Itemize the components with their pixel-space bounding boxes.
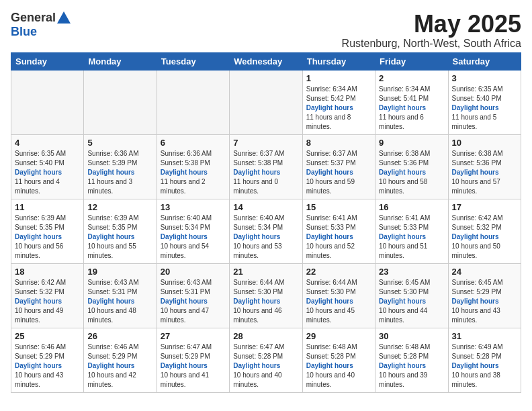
calendar-cell: 15Sunrise: 6:41 AMSunset: 5:33 PMDayligh… [302, 199, 375, 263]
day-info: Sunrise: 6:35 AMSunset: 5:40 PMDaylight … [15, 149, 80, 196]
calendar-week-row: 4Sunrise: 6:35 AMSunset: 5:40 PMDaylight… [11, 134, 521, 199]
day-info: Sunrise: 6:36 AMSunset: 5:39 PMDaylight … [87, 149, 152, 196]
day-info: Sunrise: 6:40 AMSunset: 5:34 PMDaylight … [161, 214, 226, 261]
calendar-cell [11, 70, 84, 134]
day-number: 4 [15, 138, 80, 148]
page-header: General Blue May 2025 Rustenburg, North-… [11, 11, 521, 50]
calendar-week-row: 25Sunrise: 6:46 AMSunset: 5:29 PMDayligh… [11, 328, 521, 392]
day-info: Sunrise: 6:43 AMSunset: 5:31 PMDaylight … [161, 278, 226, 325]
calendar-header-friday: Friday [375, 52, 448, 70]
calendar-cell: 3Sunrise: 6:35 AMSunset: 5:40 PMDaylight… [448, 70, 521, 134]
day-info: Sunrise: 6:38 AMSunset: 5:36 PMDaylight … [379, 149, 444, 196]
calendar-cell [230, 70, 302, 134]
day-info: Sunrise: 6:45 AMSunset: 5:29 PMDaylight … [452, 278, 517, 325]
calendar-table: SundayMondayTuesdayWednesdayThursdayFrid… [11, 52, 521, 393]
calendar-cell: 2Sunrise: 6:34 AMSunset: 5:41 PMDaylight… [375, 70, 448, 134]
day-info: Sunrise: 6:37 AMSunset: 5:37 PMDaylight … [306, 149, 371, 196]
calendar-cell: 9Sunrise: 6:38 AMSunset: 5:36 PMDaylight… [375, 134, 448, 199]
calendar-cell: 1Sunrise: 6:34 AMSunset: 5:42 PMDaylight… [302, 70, 375, 134]
calendar-cell: 21Sunrise: 6:44 AMSunset: 5:30 PMDayligh… [230, 263, 302, 328]
day-info: Sunrise: 6:43 AMSunset: 5:31 PMDaylight … [87, 278, 152, 325]
calendar-cell: 7Sunrise: 6:37 AMSunset: 5:38 PMDaylight… [230, 134, 302, 199]
day-number: 23 [379, 267, 444, 277]
day-info: Sunrise: 6:45 AMSunset: 5:30 PMDaylight … [379, 278, 444, 325]
calendar-header-row: SundayMondayTuesdayWednesdayThursdayFrid… [11, 52, 521, 70]
logo-blue-text: Blue [11, 25, 37, 39]
day-number: 24 [452, 267, 517, 277]
day-number: 26 [87, 331, 152, 341]
calendar-cell: 30Sunrise: 6:48 AMSunset: 5:28 PMDayligh… [375, 328, 448, 392]
day-number: 1 [306, 73, 371, 83]
month-title: May 2025 [342, 11, 521, 38]
day-number: 22 [306, 267, 371, 277]
calendar-cell: 14Sunrise: 6:40 AMSunset: 5:34 PMDayligh… [230, 199, 302, 263]
calendar-cell: 10Sunrise: 6:38 AMSunset: 5:36 PMDayligh… [448, 134, 521, 199]
logo-general-text: General [11, 11, 56, 25]
day-number: 19 [87, 267, 152, 277]
calendar-cell: 22Sunrise: 6:44 AMSunset: 5:30 PMDayligh… [302, 263, 375, 328]
day-number: 16 [379, 202, 444, 212]
day-info: Sunrise: 6:46 AMSunset: 5:29 PMDaylight … [15, 342, 80, 390]
day-number: 25 [15, 331, 80, 341]
day-number: 28 [233, 331, 298, 341]
day-info: Sunrise: 6:47 AMSunset: 5:29 PMDaylight … [161, 342, 226, 390]
calendar-cell: 29Sunrise: 6:48 AMSunset: 5:28 PMDayligh… [302, 328, 375, 392]
calendar-cell: 17Sunrise: 6:42 AMSunset: 5:32 PMDayligh… [448, 199, 521, 263]
calendar-cell: 4Sunrise: 6:35 AMSunset: 5:40 PMDaylight… [11, 134, 84, 199]
day-number: 11 [15, 202, 80, 212]
calendar-cell: 12Sunrise: 6:39 AMSunset: 5:35 PMDayligh… [84, 199, 157, 263]
day-info: Sunrise: 6:38 AMSunset: 5:36 PMDaylight … [452, 149, 517, 196]
calendar-cell [157, 70, 229, 134]
day-number: 17 [452, 202, 517, 212]
calendar-cell: 25Sunrise: 6:46 AMSunset: 5:29 PMDayligh… [11, 328, 84, 392]
day-info: Sunrise: 6:49 AMSunset: 5:28 PMDaylight … [452, 342, 517, 390]
day-info: Sunrise: 6:44 AMSunset: 5:30 PMDaylight … [233, 278, 298, 325]
day-number: 30 [379, 331, 444, 341]
calendar-header-thursday: Thursday [302, 52, 375, 70]
calendar-cell: 23Sunrise: 6:45 AMSunset: 5:30 PMDayligh… [375, 263, 448, 328]
page-container: General Blue May 2025 Rustenburg, North-… [0, 0, 532, 400]
day-info: Sunrise: 6:48 AMSunset: 5:28 PMDaylight … [379, 342, 444, 390]
calendar-week-row: 11Sunrise: 6:39 AMSunset: 5:35 PMDayligh… [11, 199, 521, 263]
day-info: Sunrise: 6:40 AMSunset: 5:34 PMDaylight … [233, 214, 298, 261]
calendar-week-row: 18Sunrise: 6:42 AMSunset: 5:32 PMDayligh… [11, 263, 521, 328]
day-info: Sunrise: 6:48 AMSunset: 5:28 PMDaylight … [306, 342, 371, 390]
day-number: 12 [87, 202, 152, 212]
day-number: 18 [15, 267, 80, 277]
day-info: Sunrise: 6:36 AMSunset: 5:38 PMDaylight … [161, 149, 226, 196]
day-info: Sunrise: 6:39 AMSunset: 5:35 PMDaylight … [87, 214, 152, 261]
day-number: 7 [233, 138, 298, 148]
calendar-cell: 28Sunrise: 6:47 AMSunset: 5:28 PMDayligh… [230, 328, 302, 392]
calendar-header-monday: Monday [84, 52, 157, 70]
calendar-cell: 6Sunrise: 6:36 AMSunset: 5:38 PMDaylight… [157, 134, 229, 199]
day-number: 3 [452, 73, 517, 83]
calendar-cell: 8Sunrise: 6:37 AMSunset: 5:37 PMDaylight… [302, 134, 375, 199]
logo-triangle-icon [57, 11, 71, 24]
day-number: 15 [306, 202, 371, 212]
day-info: Sunrise: 6:47 AMSunset: 5:28 PMDaylight … [233, 342, 298, 390]
location-title: Rustenburg, North-West, South Africa [342, 38, 521, 50]
calendar-cell: 5Sunrise: 6:36 AMSunset: 5:39 PMDaylight… [84, 134, 157, 199]
day-info: Sunrise: 6:46 AMSunset: 5:29 PMDaylight … [87, 342, 152, 390]
calendar-cell: 31Sunrise: 6:49 AMSunset: 5:28 PMDayligh… [448, 328, 521, 392]
day-info: Sunrise: 6:41 AMSunset: 5:33 PMDaylight … [306, 214, 371, 261]
calendar-header-saturday: Saturday [448, 52, 521, 70]
day-info: Sunrise: 6:41 AMSunset: 5:33 PMDaylight … [379, 214, 444, 261]
day-info: Sunrise: 6:42 AMSunset: 5:32 PMDaylight … [452, 214, 517, 261]
title-section: May 2025 Rustenburg, North-West, South A… [342, 11, 521, 50]
day-number: 6 [161, 138, 226, 148]
calendar-header-wednesday: Wednesday [230, 52, 302, 70]
day-number: 5 [87, 138, 152, 148]
day-info: Sunrise: 6:34 AMSunset: 5:42 PMDaylight … [306, 85, 371, 132]
calendar-cell: 20Sunrise: 6:43 AMSunset: 5:31 PMDayligh… [157, 263, 229, 328]
day-number: 27 [161, 331, 226, 341]
calendar-cell: 26Sunrise: 6:46 AMSunset: 5:29 PMDayligh… [84, 328, 157, 392]
day-info: Sunrise: 6:39 AMSunset: 5:35 PMDaylight … [15, 214, 80, 261]
day-number: 20 [161, 267, 226, 277]
calendar-cell: 19Sunrise: 6:43 AMSunset: 5:31 PMDayligh… [84, 263, 157, 328]
calendar-header-sunday: Sunday [11, 52, 84, 70]
calendar-header-tuesday: Tuesday [157, 52, 229, 70]
calendar-cell: 18Sunrise: 6:42 AMSunset: 5:32 PMDayligh… [11, 263, 84, 328]
day-number: 31 [452, 331, 517, 341]
day-number: 21 [233, 267, 298, 277]
